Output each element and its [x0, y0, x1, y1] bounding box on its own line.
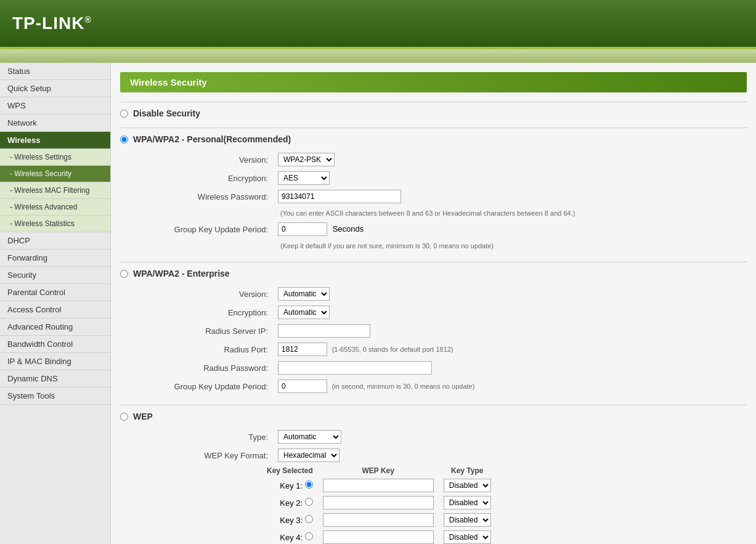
wep-key2-input[interactable] — [323, 496, 434, 509]
wpa-enterprise-version-row: Version: Automatic WPA WPA2 — [139, 285, 747, 303]
sidebar-item-wireless-settings[interactable]: - Wireless Settings — [0, 149, 110, 166]
sidebar-item-wireless-statistics[interactable]: - Wireless Statistics — [0, 216, 110, 232]
sidebar-item-network[interactable]: Network — [0, 115, 110, 132]
wpa-enterprise-radius-password-row: Radius Password: — [139, 359, 747, 377]
sidebar-item-parental-control[interactable]: Parental Control — [0, 284, 110, 301]
wep-radio[interactable] — [120, 413, 128, 421]
layout: Status Quick Setup WPS Network Wireless … — [0, 63, 756, 544]
sidebar-item-wireless-security[interactable]: - Wireless Security — [0, 166, 110, 182]
sidebar-item-system-tools[interactable]: System Tools — [0, 388, 110, 405]
sidebar-item-bandwidth-control[interactable]: Bandwidth Control — [0, 336, 110, 353]
wpa-personal-group-key-input[interactable] — [278, 222, 327, 236]
sidebar-item-wireless-mac-filtering[interactable]: - Wireless MAC Filtering — [0, 182, 110, 199]
main-content: Wireless Security Disable Security WPA/W… — [111, 63, 756, 544]
wpa-enterprise-header: WPA/WPA2 - Enterprise — [120, 269, 747, 278]
disable-security-header: Disable Security — [120, 108, 747, 118]
wpa-enterprise-radius-ip-input[interactable] — [278, 324, 370, 338]
wep-keys-header-selected: Key Selected — [262, 465, 318, 477]
logo: TP-LINK® — [12, 14, 92, 33]
wep-key2-label: Key 2: — [280, 498, 303, 508]
wep-label[interactable]: WEP — [133, 412, 153, 421]
divider-2 — [120, 262, 747, 262]
sidebar-item-wps[interactable]: WPS — [0, 97, 110, 115]
wep-table: Type: Automatic Open System Shared Key W… — [139, 428, 747, 465]
sidebar-item-quick-setup[interactable]: Quick Setup — [0, 80, 110, 97]
sidebar-item-dhcp[interactable]: DHCP — [0, 232, 110, 250]
wpa-personal-encryption-select[interactable]: AES Automatic TKIP — [278, 171, 330, 185]
wpa-personal-encryption-label: Encryption: — [139, 169, 274, 187]
wpa-personal-group-key-label: Group Key Update Period: — [139, 220, 274, 238]
disable-security-label[interactable]: Disable Security — [133, 108, 200, 118]
divider-top — [120, 102, 747, 102]
wep-type-select[interactable]: Automatic Open System Shared Key — [278, 430, 341, 444]
sidebar-item-advanced-routing[interactable]: Advanced Routing — [0, 319, 110, 336]
wpa-personal-password-row: Wireless Password: — [139, 187, 747, 206]
wep-key1-radio[interactable] — [305, 481, 313, 489]
wpa-personal-section: WPA/WPA2 - Personal(Recommended) Version… — [120, 134, 747, 253]
wpa-enterprise-label[interactable]: WPA/WPA2 - Enterprise — [133, 269, 230, 278]
page-title: Wireless Security — [120, 72, 747, 92]
wep-key3-row: Key 3: Disabled 64bit 128bit — [262, 511, 496, 529]
wpa-personal-password-input[interactable] — [278, 190, 401, 203]
wpa-enterprise-encryption-select[interactable]: Automatic TKIP AES — [278, 306, 330, 319]
wpa-personal-password-hint: (You can enter ASCII characters between … — [278, 209, 575, 217]
wep-key3-type-select[interactable]: Disabled 64bit 128bit 152bit — [444, 513, 491, 527]
wep-key3-radio[interactable] — [305, 515, 313, 523]
sidebar-item-status[interactable]: Status — [0, 63, 110, 80]
disable-security-section: Disable Security — [120, 108, 747, 118]
wpa-personal-password-label: Wireless Password: — [139, 187, 274, 206]
wep-keys-header-wep: WEP Key — [318, 465, 439, 477]
wpa-enterprise-encryption-label: Encryption: — [139, 303, 274, 322]
wpa-enterprise-radius-port-hint: (1-65535, 0 stands for default port 1812… — [330, 346, 453, 353]
wep-key2-radio[interactable] — [305, 498, 313, 506]
wep-fields: Type: Automatic Open System Shared Key W… — [139, 428, 747, 544]
wpa-enterprise-group-key-input[interactable] — [278, 380, 327, 393]
wpa-personal-group-key-unit: Seconds — [333, 224, 364, 233]
sidebar-item-wireless[interactable]: Wireless — [0, 132, 110, 149]
wpa-enterprise-group-key-hint: (in second, minimum is 30, 0 means no up… — [330, 383, 475, 390]
wep-type-row: Type: Automatic Open System Shared Key — [139, 428, 747, 446]
wpa-personal-group-key-hint-row: (Keep it default if you are not sure, mi… — [139, 238, 747, 253]
sidebar-item-ip-mac-binding[interactable]: IP & MAC Binding — [0, 353, 110, 370]
sidebar-item-security[interactable]: Security — [0, 267, 110, 284]
wpa-enterprise-radius-password-label: Radius Password: — [139, 359, 274, 377]
wpa-enterprise-encryption-row: Encryption: Automatic TKIP AES — [139, 303, 747, 322]
wpa-personal-fields: Version: WPA2-PSK Automatic WPA-PSK Encr… — [139, 150, 747, 253]
wep-format-select[interactable]: Hexadecimal ASCII — [278, 449, 339, 462]
wpa-enterprise-radio[interactable] — [120, 270, 128, 278]
disable-security-radio[interactable] — [120, 110, 128, 118]
wep-key4-input[interactable] — [323, 530, 434, 544]
wep-key1-row: Key 1: Disabled 64bit 128bit — [262, 477, 496, 494]
divider-1 — [120, 128, 747, 128]
wpa-personal-password-hint-row: (You can enter ASCII characters between … — [139, 206, 747, 220]
sidebar-item-wireless-advanced[interactable]: - Wireless Advanced — [0, 199, 110, 216]
sidebar-item-access-control[interactable]: Access Control — [0, 301, 110, 319]
wep-header: WEP — [120, 412, 747, 421]
wpa-personal-label[interactable]: WPA/WPA2 - Personal(Recommended) — [133, 134, 291, 144]
wpa-enterprise-version-select[interactable]: Automatic WPA WPA2 — [278, 287, 330, 301]
wpa-personal-version-select[interactable]: WPA2-PSK Automatic WPA-PSK — [278, 153, 335, 166]
wep-key3-input[interactable] — [323, 513, 434, 527]
wpa-enterprise-group-key-row: Group Key Update Period: (in second, min… — [139, 377, 747, 396]
wpa-enterprise-radius-port-input[interactable] — [278, 343, 327, 356]
sidebar-item-dynamic-dns[interactable]: Dynamic DNS — [0, 370, 110, 388]
header: TP-LINK® — [0, 0, 756, 49]
wep-key2-type-select[interactable]: Disabled 64bit 128bit 152bit — [444, 496, 491, 509]
wep-key4-radio[interactable] — [305, 532, 313, 540]
wpa-personal-radio[interactable] — [120, 136, 128, 144]
wpa-personal-version-label: Version: — [139, 150, 274, 169]
wpa-enterprise-radius-ip-row: Radius Server IP: — [139, 322, 747, 340]
wpa-personal-version-row: Version: WPA2-PSK Automatic WPA-PSK — [139, 150, 747, 169]
wep-key3-label: Key 3: — [280, 516, 303, 525]
wep-type-label: Type: — [139, 428, 274, 446]
wep-key1-input[interactable] — [323, 479, 434, 492]
wep-key1-type-select[interactable]: Disabled 64bit 128bit 152bit — [444, 479, 491, 492]
wpa-enterprise-radius-port-label: Radius Port: — [139, 340, 274, 359]
wpa-enterprise-table: Version: Automatic WPA WPA2 Encryption: — [139, 285, 747, 396]
wpa-enterprise-version-label: Version: — [139, 285, 274, 303]
wep-key4-type-select[interactable]: Disabled 64bit 128bit 152bit — [444, 530, 491, 544]
sidebar-item-forwarding[interactable]: Forwarding — [0, 250, 110, 267]
divider-3 — [120, 405, 747, 405]
wpa-enterprise-radius-password-input[interactable] — [278, 361, 432, 375]
wpa-enterprise-group-key-label: Group Key Update Period: — [139, 377, 274, 396]
